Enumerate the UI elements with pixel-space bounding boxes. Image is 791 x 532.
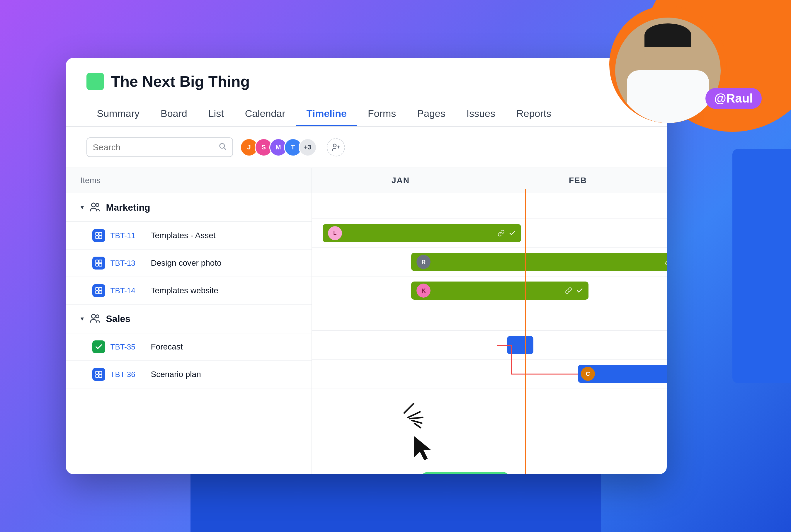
- search-icon: [218, 142, 227, 152]
- today-line: [525, 189, 526, 474]
- svg-rect-18: [99, 291, 102, 293]
- group-row-marketing[interactable]: ▾ Marketing: [66, 193, 312, 222]
- svg-rect-15: [96, 288, 98, 290]
- item-row-tbt13[interactable]: TBT-13 Design cover photo: [66, 250, 312, 277]
- svg-rect-10: [99, 236, 102, 239]
- item-name-tbt11: Templates - Asset: [151, 231, 216, 240]
- month-feb: FEB: [489, 168, 667, 193]
- gantt-avatar-tbt14: K: [416, 284, 431, 298]
- chevron-sales: ▾: [81, 315, 84, 323]
- link-icon-tbt11: [497, 230, 505, 237]
- link-icon-tbt14: [565, 287, 572, 294]
- svg-rect-12: [99, 260, 102, 263]
- svg-rect-8: [99, 233, 102, 235]
- svg-point-6: [96, 204, 99, 207]
- svg-rect-23: [96, 375, 98, 377]
- tab-forms[interactable]: Forms: [357, 102, 407, 126]
- tab-pages[interactable]: Pages: [407, 102, 456, 126]
- item-name-tbt13: Design cover photo: [151, 259, 222, 268]
- svg-rect-22: [99, 372, 102, 374]
- svg-point-20: [96, 315, 99, 318]
- svg-rect-14: [99, 263, 102, 266]
- item-name-tbt14: Templates website: [151, 286, 218, 295]
- gantt-row-tbt13: R: [312, 248, 667, 277]
- gantt-bar-tbt36[interactable]: C: [578, 365, 667, 383]
- gantt-area: JAN FEB L: [312, 168, 667, 474]
- item-name-tbt36: Scenario plan: [151, 370, 201, 379]
- item-row-tbt36[interactable]: TBT-36 Scenario plan: [66, 361, 312, 388]
- svg-point-2: [333, 144, 336, 147]
- gantt-header: JAN FEB: [312, 168, 667, 193]
- nav-tabs: Summary Board List Calendar Timeline For…: [87, 102, 646, 126]
- tab-issues[interactable]: Issues: [456, 102, 506, 126]
- tab-summary[interactable]: Summary: [87, 102, 150, 126]
- search-box[interactable]: [87, 137, 233, 157]
- item-row-tbt14[interactable]: TBT-14 Templates website: [66, 277, 312, 305]
- avatar-group: J S M T +3: [240, 138, 317, 156]
- svg-rect-17: [96, 291, 98, 293]
- gantt-bar-tbt35[interactable]: [507, 336, 533, 354]
- dependency-line-tbt35: [312, 331, 667, 359]
- item-row-tbt35[interactable]: TBT-35 Forecast: [66, 334, 312, 361]
- item-id-tbt13: TBT-13: [111, 259, 146, 268]
- gantt-bar-tbt13[interactable]: R: [411, 253, 666, 271]
- project-icon: [87, 73, 104, 90]
- gantt-row-sales-group: [312, 305, 667, 331]
- christopher-label: @Christopher: [418, 472, 512, 474]
- cursor-pointer-icon: [411, 434, 437, 463]
- gantt-row-tbt36: C: [312, 360, 667, 388]
- svg-line-1: [224, 148, 225, 149]
- project-title: The Next Big Thing: [111, 73, 250, 90]
- item-badge-tbt35: [92, 340, 105, 353]
- item-badge-tbt14: [92, 284, 105, 297]
- tab-list[interactable]: List: [198, 102, 234, 126]
- tab-calendar[interactable]: Calendar: [234, 102, 296, 126]
- svg-point-19: [91, 314, 95, 318]
- group-icon-marketing: [89, 202, 101, 213]
- avatar-count[interactable]: +3: [299, 138, 317, 156]
- gantt-avatar-tbt11: L: [328, 226, 342, 240]
- bg-blue-right: [732, 149, 791, 383]
- toolbar: J S M T +3: [66, 127, 667, 168]
- gantt-row-tbt11: L: [312, 219, 667, 248]
- raul-label: @Raul: [705, 88, 762, 109]
- item-row-tbt11[interactable]: TBT-11 Templates - Asset: [66, 222, 312, 250]
- chevron-marketing: ▾: [81, 204, 84, 211]
- search-input[interactable]: [93, 142, 214, 152]
- group-row-sales[interactable]: ▾ Sales: [66, 305, 312, 334]
- svg-rect-7: [96, 233, 98, 235]
- tab-reports[interactable]: Reports: [506, 102, 562, 126]
- item-id-tbt36: TBT-36: [111, 370, 146, 379]
- item-name-tbt35: Forecast: [151, 342, 183, 352]
- svg-point-5: [91, 203, 95, 207]
- item-badge-tbt13: [92, 256, 105, 269]
- svg-rect-11: [96, 260, 98, 263]
- link-icon-tbt13: [665, 259, 667, 265]
- group-label-sales: Sales: [106, 314, 131, 324]
- gantt-bar-tbt14[interactable]: K: [411, 282, 588, 300]
- items-panel: Items ▾ Marketing: [66, 168, 312, 474]
- item-id-tbt11: TBT-11: [111, 231, 146, 240]
- svg-rect-9: [96, 236, 98, 239]
- gantt-bar-tbt11[interactable]: L: [323, 224, 521, 242]
- group-icon-sales: [89, 313, 101, 325]
- month-jan: JAN: [312, 168, 489, 193]
- app-header: The Next Big Thing Summary Board List Ca…: [66, 58, 667, 127]
- item-id-tbt14: TBT-14: [111, 286, 146, 295]
- app-card: The Next Big Thing Summary Board List Ca…: [66, 58, 667, 474]
- timeline-content: Items ▾ Marketing: [66, 168, 667, 474]
- check-icon-tbt11: [509, 230, 516, 237]
- item-badge-tbt11: [92, 229, 105, 242]
- cursor-arrow: [411, 434, 437, 464]
- tab-timeline[interactable]: Timeline: [296, 102, 357, 126]
- gantt-avatar-tbt13: R: [416, 255, 431, 269]
- gantt-row-tbt14: K: [312, 277, 667, 305]
- add-member-button[interactable]: [327, 138, 345, 156]
- check-icon-tbt14: [576, 287, 583, 294]
- tab-board[interactable]: Board: [150, 102, 198, 126]
- svg-rect-24: [99, 375, 102, 377]
- item-badge-tbt36: [92, 368, 105, 381]
- group-label-marketing: Marketing: [106, 202, 150, 213]
- gantt-avatar-tbt36: C: [581, 367, 595, 381]
- items-panel-header: Items: [66, 168, 312, 193]
